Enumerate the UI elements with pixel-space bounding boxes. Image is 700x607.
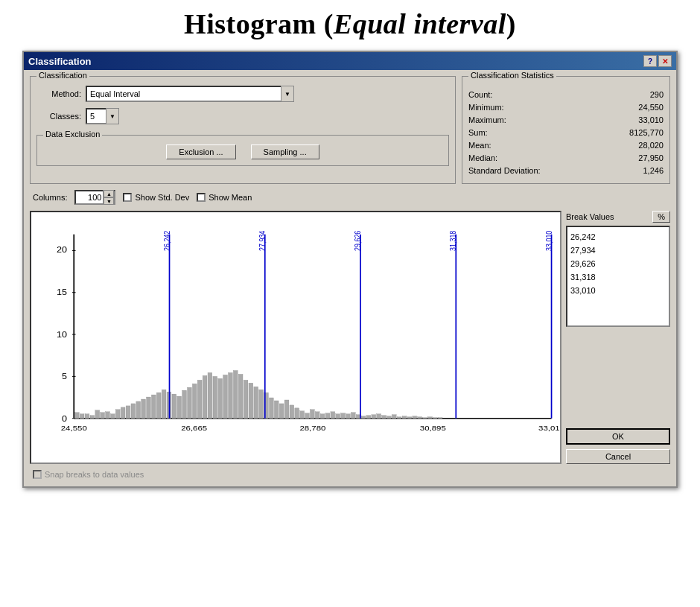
top-section: Classification Method: Equal Interval Na… <box>30 76 670 184</box>
svg-rect-28 <box>126 406 130 419</box>
spin-down[interactable]: ▼ <box>104 197 114 205</box>
svg-rect-46 <box>218 378 223 418</box>
columns-input[interactable] <box>76 193 103 202</box>
close-button[interactable]: ✕ <box>658 55 672 67</box>
svg-rect-38 <box>177 396 182 419</box>
classes-row: Classes: 5 2 3 4 6 7 8 9 10 <box>36 108 449 124</box>
stat-minimum-label: Minimum: <box>468 101 504 114</box>
break-value-1: 26,242 <box>570 230 666 244</box>
svg-rect-0 <box>31 212 560 463</box>
svg-text:31,318: 31,318 <box>449 231 458 251</box>
svg-rect-48 <box>229 372 233 418</box>
break-pct-button[interactable]: % <box>652 211 670 223</box>
svg-text:30,895: 30,895 <box>420 423 446 431</box>
title-bar-buttons: ? ✕ <box>643 55 672 67</box>
svg-rect-22 <box>95 410 100 419</box>
stat-minimum-value: 24,550 <box>638 101 664 114</box>
ok-button[interactable]: OK <box>566 428 670 445</box>
break-value-4: 31,318 <box>570 270 666 284</box>
svg-rect-30 <box>136 401 141 419</box>
svg-rect-19 <box>80 414 84 419</box>
svg-rect-41 <box>192 384 197 418</box>
stat-sum-value: 8125,770 <box>629 127 664 139</box>
svg-rect-75 <box>366 416 371 419</box>
svg-rect-18 <box>74 413 79 419</box>
method-label: Method: <box>36 89 81 98</box>
break-values-label: Break Values <box>566 212 614 221</box>
sampling-button[interactable]: Sampling ... <box>251 144 319 159</box>
break-value-2: 27,934 <box>570 244 666 257</box>
snap-label: Snap breaks to data values <box>45 470 144 479</box>
svg-rect-42 <box>197 380 202 418</box>
columns-input-wrapper: ▲ ▼ <box>74 190 115 205</box>
classes-select-wrapper: 5 2 3 4 6 7 8 9 10 ▼ <box>86 108 119 124</box>
stat-mean-label: Mean: <box>468 139 491 152</box>
svg-rect-87 <box>428 417 433 419</box>
svg-text:20: 20 <box>57 245 67 254</box>
help-button[interactable]: ? <box>643 55 657 67</box>
svg-rect-65 <box>315 412 319 419</box>
stats-table: Count: 290 Minimum: 24,550 Maximum: 33,0… <box>468 89 664 177</box>
svg-rect-58 <box>279 404 284 419</box>
svg-rect-33 <box>151 395 156 419</box>
svg-text:26,665: 26,665 <box>181 423 207 431</box>
svg-rect-70 <box>341 413 346 419</box>
svg-rect-25 <box>111 414 115 419</box>
snap-row: Snap breaks to data values <box>30 468 670 480</box>
svg-text:29,626: 29,626 <box>353 231 362 251</box>
svg-rect-50 <box>238 374 243 418</box>
show-mean-label[interactable]: Show Mean <box>197 193 252 202</box>
classes-label: Classes: <box>36 112 81 121</box>
dialog-title: Classification <box>28 56 92 67</box>
dialog-body: Classification Method: Equal Interval Na… <box>24 70 676 486</box>
show-mean-text: Show Mean <box>209 193 252 202</box>
spin-buttons: ▲ ▼ <box>103 190 114 205</box>
stat-maximum-value: 33,010 <box>638 114 664 127</box>
svg-rect-68 <box>331 412 335 419</box>
svg-text:24,550: 24,550 <box>61 423 87 431</box>
stat-count: Count: 290 <box>468 89 664 101</box>
svg-text:0: 0 <box>62 413 67 422</box>
show-std-dev-label[interactable]: Show Std. Dev <box>123 193 189 202</box>
histogram-svg: 20 15 10 5 0 24 <box>31 212 560 463</box>
spin-up[interactable]: ▲ <box>104 190 114 197</box>
data-exclusion-group: Data Exclusion Exclusion ... Sampling ..… <box>36 135 449 166</box>
stat-sum-label: Sum: <box>468 127 488 139</box>
exclusion-buttons: Exclusion ... Sampling ... <box>43 144 442 159</box>
show-mean-checkbox[interactable] <box>197 193 206 202</box>
show-std-dev-text: Show Std. Dev <box>135 193 189 202</box>
svg-rect-53 <box>254 387 258 418</box>
svg-rect-76 <box>372 415 376 419</box>
svg-rect-20 <box>85 414 89 419</box>
svg-rect-78 <box>382 416 386 419</box>
svg-rect-60 <box>290 405 294 419</box>
method-select[interactable]: Equal Interval Natural Breaks Quantile S… <box>86 86 294 102</box>
svg-rect-51 <box>244 380 248 418</box>
svg-rect-80 <box>392 415 396 419</box>
svg-rect-59 <box>284 400 289 419</box>
svg-rect-23 <box>101 413 105 419</box>
svg-rect-57 <box>274 401 279 419</box>
svg-rect-27 <box>121 407 125 419</box>
svg-rect-63 <box>305 413 310 419</box>
stat-maximum: Maximum: 33,010 <box>468 114 664 127</box>
svg-rect-56 <box>270 398 274 419</box>
stat-mean: Mean: 28,020 <box>468 139 664 152</box>
svg-rect-54 <box>259 390 264 419</box>
method-row: Method: Equal Interval Natural Breaks Qu… <box>36 86 449 102</box>
classes-select[interactable]: 5 2 3 4 6 7 8 9 10 <box>86 108 119 124</box>
right-panel: Break Values % 26,242 27,934 29,626 31,3… <box>566 211 670 464</box>
svg-rect-21 <box>90 416 95 419</box>
svg-rect-45 <box>213 376 217 418</box>
svg-rect-35 <box>162 390 166 419</box>
exclusion-button[interactable]: Exclusion ... <box>166 144 235 159</box>
columns-label: Columns: <box>33 193 67 202</box>
cancel-button[interactable]: Cancel <box>566 449 670 464</box>
svg-rect-74 <box>361 416 366 419</box>
svg-text:27,934: 27,934 <box>258 230 267 251</box>
show-std-dev-checkbox[interactable] <box>123 193 132 202</box>
svg-rect-39 <box>182 390 187 419</box>
svg-text:28,780: 28,780 <box>299 423 325 431</box>
svg-rect-32 <box>147 397 151 419</box>
svg-rect-40 <box>188 387 192 419</box>
